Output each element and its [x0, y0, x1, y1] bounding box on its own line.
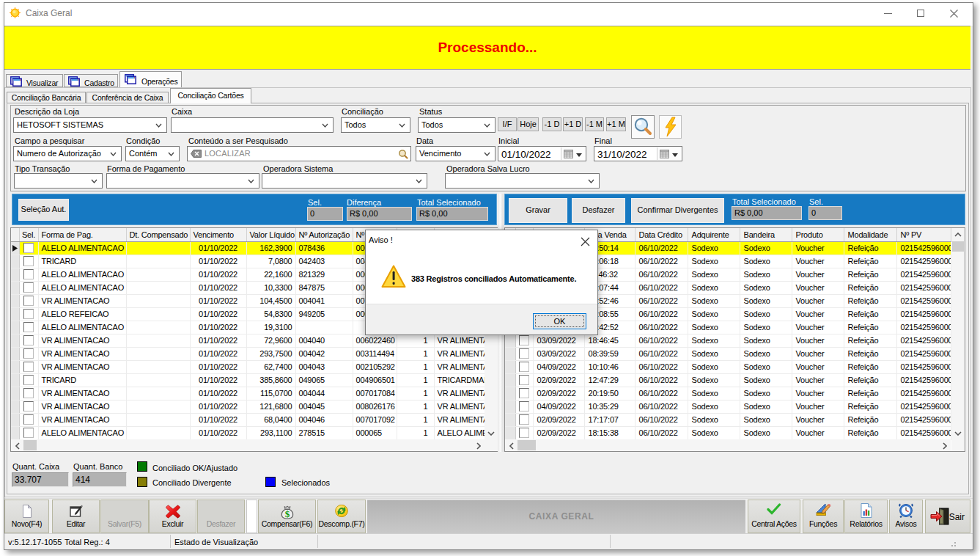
svg-text:$: $ [284, 508, 290, 519]
